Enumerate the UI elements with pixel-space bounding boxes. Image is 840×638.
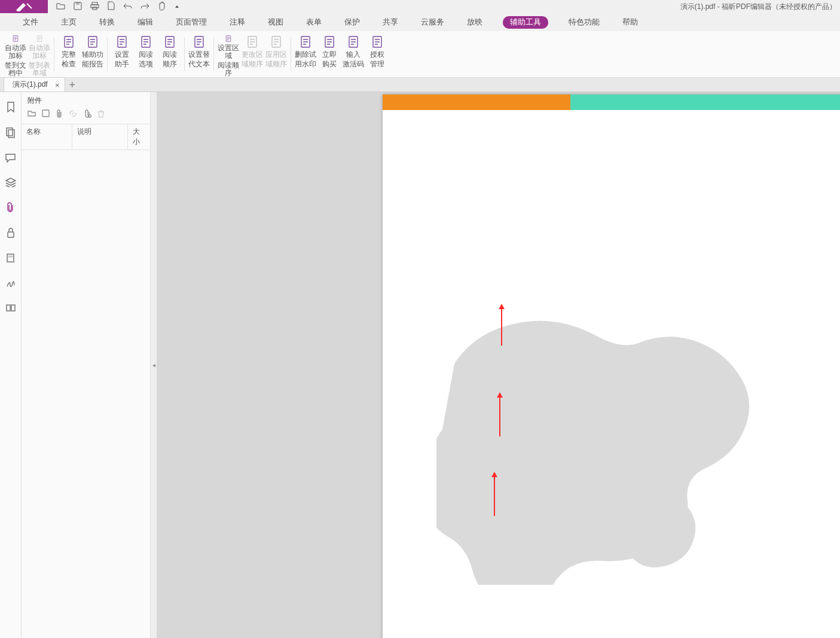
panel-title: 附件 xyxy=(22,92,150,108)
ribbon-btn-3[interactable]: 辅助功能报告 xyxy=(81,35,105,77)
ribbon-group: 自动添加标签到文档中自动添加标签到表单域完整检查辅助功能报告设置助手阅读选项阅读… xyxy=(0,31,840,78)
col-name[interactable]: 名称 xyxy=(22,124,72,149)
menu-tab-14[interactable]: 帮助 xyxy=(620,16,640,29)
ribbon-btn-1: 自动添加标签到表单域 xyxy=(28,35,51,77)
teal-band xyxy=(570,94,840,110)
menu-tab-7[interactable]: 表单 xyxy=(304,16,324,29)
svg-rect-27 xyxy=(42,110,49,117)
menu-tab-0[interactable]: 文件 xyxy=(20,16,41,29)
undo-icon xyxy=(123,2,132,11)
red-arrow-3 xyxy=(494,473,495,516)
menu-tab-2[interactable]: 转换 xyxy=(97,16,117,29)
ribbon-btn-8[interactable]: 设置区域阅读顺序 xyxy=(216,35,240,77)
menu-tab-3[interactable]: 编辑 xyxy=(135,16,155,29)
menu-tab-4[interactable]: 页面管理 xyxy=(173,16,209,29)
side-strip xyxy=(0,92,22,638)
attachments-icon[interactable] xyxy=(6,202,15,215)
add-attach-icon[interactable] xyxy=(56,109,63,120)
col-size[interactable]: 大小 xyxy=(127,124,150,149)
document-tab[interactable]: 演示(1).pdf × xyxy=(4,77,65,91)
menu-tab-5[interactable]: 注释 xyxy=(227,16,248,29)
red-arrow-1 xyxy=(501,305,502,346)
ribbon-btn-10: 应用区域顺序 xyxy=(264,35,288,77)
svg-rect-20 xyxy=(7,128,13,136)
blank-doc-icon[interactable] xyxy=(108,1,115,12)
ribbon-btn-5[interactable]: 阅读选项 xyxy=(134,35,158,77)
app-logo xyxy=(0,0,48,13)
document-tab-label: 演示(1).pdf xyxy=(13,80,48,90)
print-icon[interactable] xyxy=(90,2,99,12)
menu-tab-11[interactable]: 放映 xyxy=(465,16,485,29)
new-tab-button[interactable]: + xyxy=(65,79,80,91)
fields-icon[interactable] xyxy=(6,253,15,265)
document-view[interactable]: C P xyxy=(157,92,840,638)
redo-icon xyxy=(140,2,149,11)
pdf-page: C P xyxy=(383,94,840,638)
security-icon[interactable] xyxy=(7,228,15,240)
col-desc[interactable]: 说明 xyxy=(72,124,127,149)
panel-collapse-handle[interactable]: ◂ xyxy=(151,92,157,638)
red-arrow-2 xyxy=(499,393,500,436)
menu-tab-1[interactable]: 主页 xyxy=(59,16,79,29)
close-tab-icon[interactable]: × xyxy=(55,81,60,90)
menu-tab-8[interactable]: 保护 xyxy=(342,16,362,29)
panel-columns: 名称 说明 大小 xyxy=(22,124,150,150)
ribbon-btn-12[interactable]: 立即购买 xyxy=(317,35,341,77)
layers-icon[interactable] xyxy=(5,178,16,189)
panel-toolbar xyxy=(22,108,150,124)
world-map-graphic xyxy=(436,298,771,585)
open-attach-icon[interactable] xyxy=(28,109,36,120)
svg-rect-24 xyxy=(8,256,13,257)
svg-rect-23 xyxy=(7,254,14,262)
signature-icon[interactable] xyxy=(6,278,16,290)
delete-attach-icon xyxy=(97,109,105,120)
svg-rect-2 xyxy=(92,2,97,5)
menu-tab-9[interactable]: 共享 xyxy=(380,16,401,29)
ribbon-btn-14[interactable]: 授权管理 xyxy=(365,35,389,77)
save-attach-icon[interactable] xyxy=(42,109,50,120)
hand-icon[interactable] xyxy=(158,1,166,13)
save-icon xyxy=(74,2,82,12)
ribbon-btn-4[interactable]: 设置助手 xyxy=(110,35,134,77)
customize-icon[interactable] xyxy=(175,2,179,11)
compare-icon[interactable] xyxy=(6,303,16,315)
ribbon-btn-13[interactable]: 输入激活码 xyxy=(341,35,365,77)
pages-icon[interactable] xyxy=(6,127,15,140)
svg-rect-26 xyxy=(11,305,15,311)
menu-tab-6[interactable]: 视图 xyxy=(265,16,286,29)
ribbon-btn-0[interactable]: 自动添加标签到文档中 xyxy=(4,35,28,77)
menu-tab-12[interactable]: 辅助工具 xyxy=(503,16,548,29)
ribbon-btn-9: 更改区域顺序 xyxy=(240,35,264,77)
ribbon-btn-2[interactable]: 完整检查 xyxy=(57,35,81,77)
svg-rect-25 xyxy=(7,305,10,311)
link-attach-icon xyxy=(69,109,77,120)
ribbon-btn-6[interactable]: 阅读顺序 xyxy=(158,35,182,77)
ribbon-btn-7[interactable]: 设置替代文本 xyxy=(187,35,211,77)
ribbon-tabs: 文件主页转换编辑页面管理注释视图表单保护共享云服务放映辅助工具特色功能帮助 xyxy=(0,13,840,31)
svg-rect-1 xyxy=(76,2,80,5)
svg-rect-22 xyxy=(8,232,14,237)
window-title: 演示(1).pdf - 福昕PDF编辑器（未经授权的产品） xyxy=(188,2,840,12)
manage-attach-icon[interactable] xyxy=(83,109,91,120)
attachments-panel: 附件 名称 说明 大小 xyxy=(22,92,151,638)
menu-tab-10[interactable]: 云服务 xyxy=(419,16,447,29)
ribbon-btn-11[interactable]: 删除试用水印 xyxy=(294,35,317,77)
svg-rect-21 xyxy=(8,130,14,138)
comments-icon[interactable] xyxy=(5,153,16,164)
menu-tab-13[interactable]: 特色功能 xyxy=(566,16,602,29)
orange-band xyxy=(383,94,570,110)
document-tabstrip: 演示(1).pdf × + xyxy=(0,78,840,92)
open-icon[interactable] xyxy=(56,2,65,11)
bookmarks-icon[interactable] xyxy=(6,102,16,114)
